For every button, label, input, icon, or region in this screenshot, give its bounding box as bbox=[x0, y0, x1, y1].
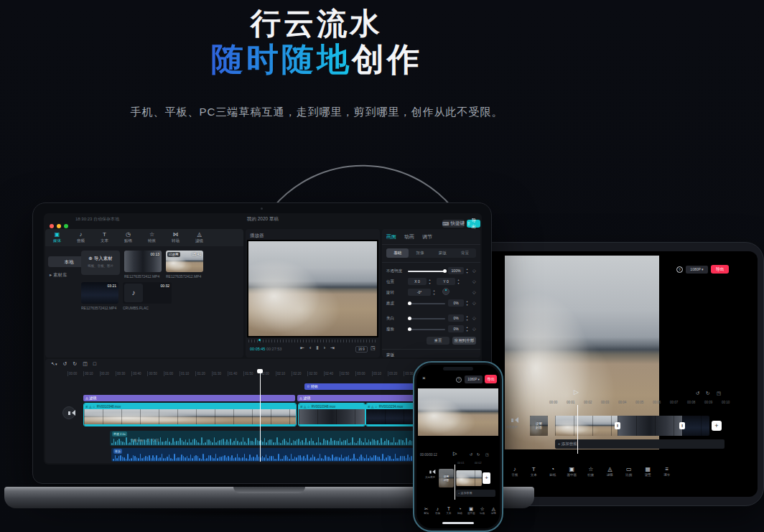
aspect-ratio-button[interactable]: 16:9 bbox=[355, 346, 368, 353]
media-item-video[interactable]: 03:21 bbox=[81, 282, 118, 304]
rotation-stepper[interactable]: ▴▾ bbox=[432, 289, 437, 296]
inspector-subtab[interactable]: 抠像 bbox=[409, 248, 431, 258]
minimize-window-icon[interactable] bbox=[57, 224, 61, 228]
tablet-add-audio-button[interactable]: + 添加音频 bbox=[555, 439, 725, 449]
tablet-play-button[interactable]: ▷ bbox=[574, 388, 579, 396]
player-fullscreen-icon[interactable]: ◳ bbox=[371, 345, 376, 351]
phone-toolbar-item[interactable]: ♪ 音频 bbox=[432, 505, 444, 515]
desktop-toolbar-tab[interactable]: T 文本 bbox=[93, 229, 116, 246]
export-button[interactable]: ⇧导出 bbox=[467, 220, 480, 228]
undo-icon[interactable]: ↺ bbox=[62, 361, 67, 367]
slim-stepper[interactable]: ▴▾ bbox=[465, 325, 470, 332]
desktop-toolbar-tab[interactable]: ☆ 特效 bbox=[140, 229, 164, 246]
timeline-playhead[interactable] bbox=[260, 370, 261, 462]
phone-toolbar-item[interactable]: ▣ 画中画 bbox=[465, 505, 477, 515]
position-y-stepper[interactable]: ▴▾ bbox=[456, 278, 461, 285]
phone-clip[interactable] bbox=[456, 470, 482, 486]
tablet-resolution-select[interactable]: 1080P ▾ bbox=[686, 266, 708, 274]
sidebar-item-library[interactable]: ▸ 素材库 bbox=[50, 272, 67, 279]
tablet-clip-1[interactable] bbox=[555, 416, 618, 436]
tablet-clip-2[interactable] bbox=[618, 416, 682, 436]
shortcuts-button[interactable]: ⌨快捷键 bbox=[442, 220, 465, 228]
tablet-cover-thumbnail[interactable]: 设置封面 bbox=[530, 416, 548, 436]
slim-slider[interactable] bbox=[408, 329, 445, 330]
track-mute-button[interactable] bbox=[62, 406, 75, 419]
transition-marker-icon[interactable]: ∥ bbox=[679, 422, 685, 429]
desktop-toolbar-tab[interactable]: ♪ 音频 bbox=[69, 229, 93, 246]
apply-all-button[interactable]: 应用到全部 bbox=[452, 337, 476, 345]
slim-value[interactable]: 0% bbox=[448, 325, 464, 332]
close-window-icon[interactable] bbox=[50, 224, 54, 228]
phone-close-icon[interactable]: × bbox=[422, 375, 426, 381]
keyframe-icon[interactable]: ◇ bbox=[472, 300, 476, 305]
whiten-value[interactable]: 0% bbox=[448, 314, 464, 322]
inspector-tab[interactable]: 调节 bbox=[422, 233, 432, 241]
tablet-toolbar-item[interactable]: ▣ 画中画 bbox=[562, 465, 582, 477]
video-clip[interactable]: ≋ ◬ ☆RV0010348.mov bbox=[298, 403, 365, 426]
frame-forward-icon[interactable]: › bbox=[324, 345, 325, 351]
reset-button[interactable]: 重置 bbox=[427, 337, 449, 345]
whiten-slider[interactable] bbox=[408, 318, 445, 319]
inspector-tab[interactable]: 画面 bbox=[386, 233, 396, 241]
select-tool-icon[interactable]: ↖▾ bbox=[51, 361, 57, 367]
next-icon[interactable]: ⇥ bbox=[330, 345, 335, 351]
scrub-marker[interactable] bbox=[258, 339, 261, 341]
phone-mute-original-button[interactable]: 关闭原声 bbox=[424, 470, 437, 487]
phone-redo-icon[interactable]: ↻ bbox=[477, 452, 480, 457]
delete-icon[interactable]: □ bbox=[93, 361, 96, 367]
video-clip[interactable]: ≋ ◬ ☆RV0010348.mov bbox=[83, 403, 297, 426]
whiten-stepper[interactable]: ▴▾ bbox=[465, 314, 470, 322]
desktop-toolbar-tab[interactable]: ⋈ 转场 bbox=[164, 229, 187, 246]
tablet-toolbar-item[interactable]: ◬ 滤镜 bbox=[600, 465, 620, 477]
tablet-redo-icon[interactable]: ↻ bbox=[706, 391, 709, 396]
phone-cover-thumbnail[interactable]: 设置封面 bbox=[439, 469, 454, 487]
help-icon[interactable]: ? bbox=[456, 377, 462, 383]
rotation-value[interactable]: -0° bbox=[408, 289, 431, 296]
keyframe-icon[interactable]: ◇ bbox=[472, 326, 476, 331]
media-item-video[interactable]: 已使用 05:41 bbox=[166, 251, 203, 272]
phone-toolbar-item[interactable]: ☆ 特效 bbox=[477, 505, 488, 515]
position-x-stepper[interactable]: ▴▾ bbox=[427, 278, 432, 285]
tablet-toolbar-item[interactable]: ≡ 调节 bbox=[658, 465, 677, 477]
stepper-down-icon[interactable]: ▾ bbox=[465, 271, 470, 274]
frame-back-icon[interactable]: ‹ bbox=[309, 345, 311, 351]
inspector-subtab[interactable]: 基础 bbox=[386, 248, 409, 258]
prev-icon[interactable]: ⇤ bbox=[300, 345, 304, 351]
tablet-add-clip-button[interactable]: + bbox=[712, 421, 722, 431]
tablet-toolbar-item[interactable]: ▦ 背景 bbox=[638, 465, 658, 477]
split-icon[interactable]: ◫ bbox=[83, 361, 88, 367]
home-indicator[interactable] bbox=[442, 522, 474, 525]
import-media-card[interactable]: ⊕ 导入素材 视频、音频、图片 bbox=[81, 251, 120, 275]
position-y-field[interactable]: Y 0 bbox=[437, 278, 455, 285]
tablet-toolbar-item[interactable]: ◔ 贴纸 bbox=[544, 465, 563, 477]
tablet-playhead[interactable] bbox=[577, 405, 578, 454]
media-item-audio[interactable]: ♪ 00:32 bbox=[123, 282, 172, 304]
desktop-toolbar-tab[interactable]: ▣ 媒体 bbox=[45, 229, 69, 246]
keyframe-icon[interactable]: ◇ bbox=[472, 268, 476, 273]
keyframe-icon[interactable]: ◇ bbox=[472, 315, 476, 320]
tablet-toolbar-item[interactable]: T 文本 bbox=[524, 465, 544, 477]
tablet-toolbar-item[interactable]: ☆ 特效 bbox=[582, 465, 601, 477]
phone-export-button[interactable]: 导出 bbox=[485, 375, 497, 383]
smooth-stepper[interactable]: ▴▾ bbox=[465, 299, 470, 307]
opacity-stepper[interactable]: ▴▾ bbox=[465, 267, 470, 274]
tablet-toolbar-item[interactable]: ▭ 比例 bbox=[620, 465, 639, 477]
rotation-dial[interactable] bbox=[442, 288, 449, 295]
phone-toolbar-item[interactable]: ✂ 剪辑 bbox=[421, 505, 432, 515]
phone-resolution-select[interactable]: 1080P ▾ bbox=[465, 375, 483, 383]
maximize-window-icon[interactable] bbox=[64, 224, 68, 228]
smooth-value[interactable]: 0% bbox=[448, 299, 464, 307]
tablet-clip-3[interactable] bbox=[682, 416, 709, 436]
phone-play-button[interactable]: ▷ bbox=[453, 451, 457, 457]
help-icon[interactable]: ? bbox=[676, 266, 683, 273]
phone-fullscreen-icon[interactable]: ◳ bbox=[485, 452, 489, 457]
opacity-slider[interactable] bbox=[408, 271, 445, 272]
tablet-toolbar-item[interactable]: ♪ 音频 bbox=[506, 465, 525, 477]
media-item-video[interactable]: 00:13 bbox=[124, 251, 162, 272]
tablet-undo-icon[interactable]: ↺ bbox=[696, 391, 699, 396]
tablet-mute-original-button[interactable]: 关闭原声 bbox=[505, 417, 519, 436]
desktop-toolbar-tab[interactable]: ◬ 滤镜 bbox=[187, 229, 211, 246]
keyframe-icon[interactable]: ◇ bbox=[472, 289, 476, 294]
redo-icon[interactable]: ↻ bbox=[73, 361, 77, 367]
opacity-value[interactable]: 100% bbox=[448, 267, 464, 274]
